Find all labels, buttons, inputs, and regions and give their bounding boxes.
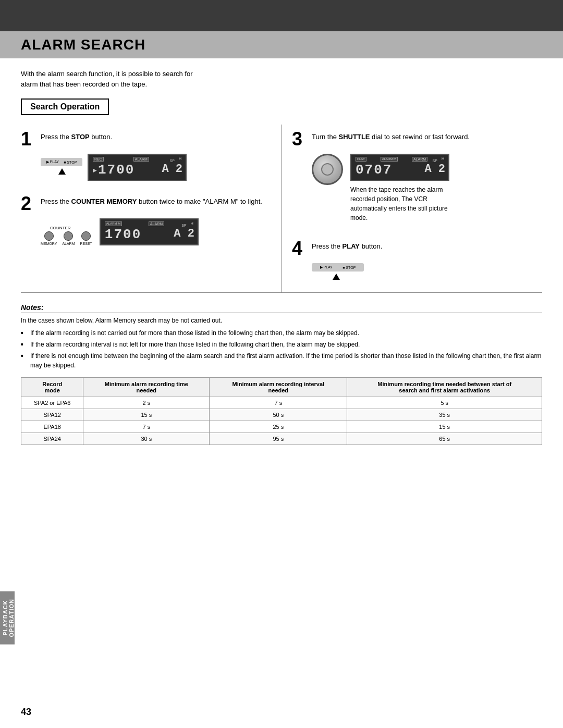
step-3-lcd-number: 0707 [356,162,392,178]
step-3: 3 Turn the SHUTTLE dial to set rewind or… [292,130,542,223]
steps-left-column: 1 Press the STOP button. ▶ PLAY ■ STOP [21,125,282,292]
page-number: 43 [21,707,31,718]
step-4-number: 4 [292,239,308,258]
step-3-header: 3 Turn the SHUTTLE dial to set rewind or… [292,130,542,149]
intro-text: With the alarm search function, it is po… [21,69,542,89]
alarm-btn[interactable] [64,231,73,241]
step-3-number: 3 [292,130,308,149]
table-cell: 95 s [210,433,347,445]
table-cell: SPA12 [21,409,83,421]
steps-grid: 1 Press the STOP button. ▶ PLAY ■ STOP [21,125,542,293]
step-1-controls: ▶ PLAY ■ STOP [41,158,82,177]
step-2: 2 Press the COUNTER MEMORY button twice … [21,194,271,245]
step-2-desc: Press the COUNTER MEMORY button twice to… [41,194,262,207]
notes-section: Notes: In the cases shown below, Alarm M… [21,298,542,450]
table-cell: EPA18 [21,421,83,433]
table-body: SPA2 or EPA6 2 s 7 s 5 s SPA12 15 s 50 s… [21,397,542,445]
table-row: EPA18 7 s 25 s 15 s [21,421,542,433]
step-2-number: 2 [21,194,36,213]
step-4-desc: Press the PLAY button. [312,239,382,252]
step-2-lcd-number: 1700 [105,227,141,242]
table-cell: 2 s [83,397,210,409]
step-2-header: 2 Press the COUNTER MEMORY button twice … [21,194,271,213]
step-2-diagram: COUNTER MEMORY ALARM [41,218,271,245]
notes-item-3: If there is not enough time between the … [21,351,542,370]
step-4-diagram: ▶ PLAY ■ STOP [312,263,542,280]
search-operation-label: Search Operation [30,102,100,112]
play-stop-bar-1: ▶ PLAY ■ STOP [41,158,82,166]
counter-btn-group: MEMORY [41,231,57,245]
step-1-header: 1 Press the STOP button. [21,130,271,149]
counter-btn-group-2: ALARM [62,231,75,245]
table-row: SPA12 15 s 50 s 35 s [21,409,542,421]
reset-btn[interactable] [81,231,91,241]
counter-label: COUNTER [50,226,92,230]
counter-buttons: MEMORY ALARM RESET [41,231,92,245]
table-header-3: Minimum recording time needed between st… [347,377,542,397]
shuttle-dial[interactable] [312,154,343,185]
step-1-number: 1 [21,130,36,149]
table-header-0: Recordmode [21,377,83,397]
alarm-table: Recordmode Minimum alarm recording timen… [21,377,542,445]
counter-btn-group-3: RESET [80,231,92,245]
table-cell: 35 s [347,409,542,421]
table-header-row: Recordmode Minimum alarm recording timen… [21,377,542,397]
section-title: ALARM SEARCH [21,36,542,53]
table-cell: 15 s [83,409,210,421]
step-4: 4 Press the PLAY button. ▶ PLAY ■ STOP [292,239,542,280]
table-cell: 15 s [347,421,542,433]
table-cell: 30 s [83,433,210,445]
notes-intro: In the cases shown below, Alarm Memory s… [21,316,542,325]
notes-item-2: If the alarm recording interval is not l… [21,340,542,349]
step-4-header: 4 Press the PLAY button. [292,239,542,258]
notes-title: Notes: [21,303,542,313]
step-3-diagram: PLAY ALARM M ALARM H 0707 SP A 2 [312,154,542,223]
step-3-extra-desc: When the tape reaches the alarm recorded… [350,185,455,223]
section-title-bar: ALARM SEARCH [0,31,563,58]
step-1-lcd-number: 1700 [98,162,134,178]
arrow-up-1 [58,168,66,175]
play-stop-bar-4: ▶ PLAY ■ STOP [312,263,364,272]
table-cell: SPA24 [21,433,83,445]
notes-list: If the alarm recording is not carried ou… [21,328,542,370]
table-row: SPA2 or EPA6 2 s 7 s 5 s [21,397,542,409]
table-cell: 25 s [210,421,347,433]
counter-area: COUNTER MEMORY ALARM [41,226,92,245]
step-3-lcd-area: PLAY ALARM M ALARM H 0707 SP A 2 [350,154,455,223]
table-cell: 7 s [210,397,347,409]
step-1-desc: Press the STOP button. [41,130,112,142]
table-cell: 65 s [347,433,542,445]
table-header-1: Minimum alarm recording timeneeded [83,377,210,397]
step-3-desc: Turn the SHUTTLE dial to set rewind or f… [312,130,470,142]
steps-right-column: 3 Turn the SHUTTLE dial to set rewind or… [282,125,542,292]
step-1: 1 Press the STOP button. ▶ PLAY ■ STOP [21,130,271,181]
step-2-lcd: ALARM M ALARM H 1700 SP A 2 [100,218,199,245]
table-cell: 5 s [347,397,542,409]
arrow-up-4 [333,274,340,280]
step-1-diagram: ▶ PLAY ■ STOP REC ALARM H ▶ 1 [41,154,271,181]
top-banner [0,0,563,31]
side-tab: PLAYBACKOPERATION [0,591,15,645]
search-operation-box: Search Operation [21,98,109,115]
table-cell: 7 s [83,421,210,433]
table-cell: 50 s [210,409,347,421]
notes-item-1: If the alarm recording is not carried ou… [21,328,542,338]
table-cell: SPA2 or EPA6 [21,397,83,409]
table-row: SPA24 30 s 95 s 65 s [21,433,542,445]
step-1-lcd: REC ALARM H ▶ 1700 SP A 2 [88,154,187,181]
table-header-2: Minimum alarm recording intervalneeded [210,377,347,397]
memory-btn[interactable] [44,231,54,241]
step-3-lcd: PLAY ALARM M ALARM H 0707 SP A 2 [350,154,449,181]
main-content: With the alarm search function, it is po… [0,58,563,461]
